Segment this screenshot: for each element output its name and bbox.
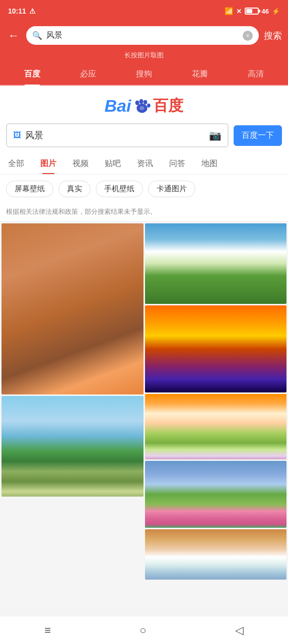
search-box: 🔍 风景 ×	[26, 26, 259, 45]
svg-point-2	[139, 99, 143, 104]
baidu-search-button[interactable]: 百度一下	[234, 125, 282, 146]
bottom-nav: ≡ ○ ◁	[0, 616, 288, 644]
baidu-logo-section: Bai 百度	[0, 86, 288, 123]
status-right: 📶 ✕ 46 ⚡	[225, 7, 280, 15]
time-display: 10:11	[8, 7, 26, 15]
clear-button[interactable]: ×	[243, 31, 253, 41]
svg-point-4	[147, 103, 151, 107]
engine-tab-hd[interactable]: 高清	[228, 64, 284, 85]
baidu-search-text[interactable]: 风景	[25, 129, 205, 141]
top-search-bar: ← 🔍 风景 × 搜索	[0, 22, 288, 49]
category-tab-tieba[interactable]: 贴吧	[97, 153, 129, 174]
baidu-search-icon: 🖼	[13, 131, 21, 140]
status-bar: 10:11 ⚠ 📶 ✕ 46 ⚡	[0, 0, 288, 22]
image-green-mountain[interactable]	[145, 223, 287, 304]
image-grid	[0, 222, 288, 581]
camera-icon[interactable]: 📷	[209, 129, 222, 141]
filter-chip-cartoon[interactable]: 卡通图片	[148, 181, 195, 197]
search-input[interactable]: 风景	[46, 30, 239, 41]
image-desert-mountain[interactable]	[2, 223, 143, 394]
filter-chips: 屏幕壁纸 真实 手机壁纸 卡通图片	[0, 175, 288, 203]
svg-point-5	[140, 106, 145, 110]
search-icon: 🔍	[32, 31, 42, 40]
svg-point-3	[143, 100, 147, 104]
filter-chip-wallpaper[interactable]: 屏幕壁纸	[6, 181, 53, 197]
signal-icon: ✕	[236, 8, 242, 15]
engine-tab-baidu[interactable]: 百度	[4, 64, 60, 85]
baidu-text-bai: Bai	[105, 96, 131, 116]
baidu-logo: Bai 百度	[105, 96, 184, 116]
image-clouds-partial[interactable]	[145, 529, 287, 580]
search-button[interactable]: 搜索	[264, 30, 282, 42]
content-area: Bai 百度 🖼 风景 📷 百度一下 全部 图片	[0, 86, 288, 581]
image-mountain-flowers[interactable]	[145, 461, 287, 528]
back-nav-button[interactable]: ◁	[225, 620, 254, 641]
baidu-search-box[interactable]: 🖼 风景 📷	[6, 123, 229, 147]
image-sunrise-green[interactable]	[145, 394, 287, 459]
charging-icon: ⚡	[272, 8, 280, 15]
category-tab-video[interactable]: 视频	[64, 153, 97, 174]
menu-button[interactable]: ≡	[34, 620, 61, 641]
battery-level: 46	[262, 8, 269, 15]
battery-icon	[245, 8, 259, 15]
filter-chip-real[interactable]: 真实	[58, 181, 91, 197]
grid-col-right	[145, 223, 287, 580]
category-tab-news[interactable]: 资讯	[129, 153, 161, 174]
home-button[interactable]: ○	[129, 620, 156, 641]
hint-text: 长按图片取图	[124, 51, 164, 59]
baidu-paw-icon	[132, 96, 152, 116]
back-button[interactable]: ←	[6, 27, 21, 44]
category-tab-all[interactable]: 全部	[0, 153, 32, 174]
legal-notice: 根据相关法律法规和政策，部分搜索结果未予显示。	[0, 203, 288, 222]
engine-tab-bing[interactable]: 必应	[60, 64, 116, 85]
warning-icon: ⚠	[29, 7, 36, 15]
status-left: 10:11 ⚠	[8, 7, 36, 15]
category-tabs: 全部 图片 视频 贴吧 资讯 问答 地图	[0, 153, 288, 175]
category-tab-map[interactable]: 地图	[193, 153, 226, 174]
baidu-search-row: 🖼 风景 📷 百度一下	[0, 123, 288, 153]
grid-col-left	[2, 223, 143, 580]
filter-chip-mobile-wallpaper[interactable]: 手机壁纸	[96, 181, 143, 197]
category-tab-images[interactable]: 图片	[32, 153, 64, 174]
image-sunset-mountain[interactable]	[145, 305, 287, 392]
hint-bar: 长按图片取图	[0, 49, 288, 64]
engine-tab-huaban[interactable]: 花瓣	[172, 64, 228, 85]
baidu-text-cn: 百度	[153, 96, 183, 116]
category-tab-qa[interactable]: 问答	[161, 153, 193, 174]
engine-tab-sogou[interactable]: 搜狗	[116, 64, 172, 85]
engine-tabs: 百度 必应 搜狗 花瓣 高清	[0, 64, 288, 86]
svg-point-1	[135, 100, 139, 105]
image-guilin[interactable]	[2, 396, 143, 497]
legal-text: 根据相关法律法规和政策，部分搜索结果未予显示。	[6, 208, 157, 215]
wifi-icon: 📶	[225, 7, 233, 15]
